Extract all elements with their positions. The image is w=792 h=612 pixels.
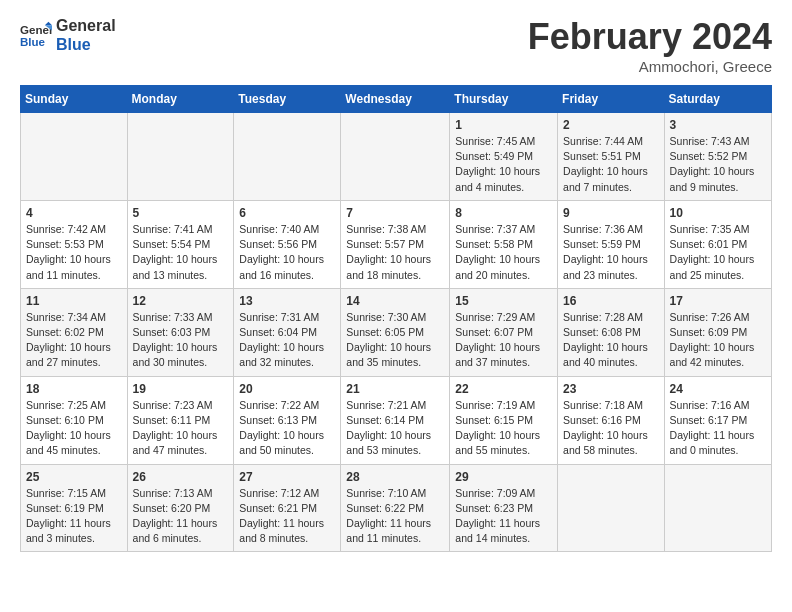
day-detail: Sunrise: 7:44 AMSunset: 5:51 PMDaylight:… — [563, 134, 659, 195]
header-thursday: Thursday — [450, 86, 558, 113]
day-detail: Sunrise: 7:42 AMSunset: 5:53 PMDaylight:… — [26, 222, 122, 283]
calendar-table: SundayMondayTuesdayWednesdayThursdayFrid… — [20, 85, 772, 552]
day-number: 20 — [239, 382, 335, 396]
calendar-header-row: SundayMondayTuesdayWednesdayThursdayFrid… — [21, 86, 772, 113]
day-cell: 4Sunrise: 7:42 AMSunset: 5:53 PMDaylight… — [21, 200, 128, 288]
day-detail: Sunrise: 7:26 AMSunset: 6:09 PMDaylight:… — [670, 310, 766, 371]
day-detail: Sunrise: 7:23 AMSunset: 6:11 PMDaylight:… — [133, 398, 229, 459]
day-detail: Sunrise: 7:37 AMSunset: 5:58 PMDaylight:… — [455, 222, 552, 283]
day-cell — [664, 464, 771, 552]
day-detail: Sunrise: 7:41 AMSunset: 5:54 PMDaylight:… — [133, 222, 229, 283]
logo-general: General — [56, 16, 116, 35]
day-number: 24 — [670, 382, 766, 396]
day-cell: 12Sunrise: 7:33 AMSunset: 6:03 PMDayligh… — [127, 288, 234, 376]
day-cell: 27Sunrise: 7:12 AMSunset: 6:21 PMDayligh… — [234, 464, 341, 552]
day-cell: 25Sunrise: 7:15 AMSunset: 6:19 PMDayligh… — [21, 464, 128, 552]
day-cell: 28Sunrise: 7:10 AMSunset: 6:22 PMDayligh… — [341, 464, 450, 552]
day-cell: 7Sunrise: 7:38 AMSunset: 5:57 PMDaylight… — [341, 200, 450, 288]
header-monday: Monday — [127, 86, 234, 113]
logo-blue: Blue — [56, 35, 116, 54]
day-cell: 3Sunrise: 7:43 AMSunset: 5:52 PMDaylight… — [664, 113, 771, 201]
day-detail: Sunrise: 7:10 AMSunset: 6:22 PMDaylight:… — [346, 486, 444, 547]
day-cell — [234, 113, 341, 201]
day-number: 1 — [455, 118, 552, 132]
day-number: 18 — [26, 382, 122, 396]
day-cell: 22Sunrise: 7:19 AMSunset: 6:15 PMDayligh… — [450, 376, 558, 464]
day-detail: Sunrise: 7:38 AMSunset: 5:57 PMDaylight:… — [346, 222, 444, 283]
day-detail: Sunrise: 7:40 AMSunset: 5:56 PMDaylight:… — [239, 222, 335, 283]
week-row-5: 25Sunrise: 7:15 AMSunset: 6:19 PMDayligh… — [21, 464, 772, 552]
day-detail: Sunrise: 7:25 AMSunset: 6:10 PMDaylight:… — [26, 398, 122, 459]
day-detail: Sunrise: 7:33 AMSunset: 6:03 PMDaylight:… — [133, 310, 229, 371]
day-detail: Sunrise: 7:19 AMSunset: 6:15 PMDaylight:… — [455, 398, 552, 459]
day-number: 17 — [670, 294, 766, 308]
day-cell: 26Sunrise: 7:13 AMSunset: 6:20 PMDayligh… — [127, 464, 234, 552]
day-cell: 14Sunrise: 7:30 AMSunset: 6:05 PMDayligh… — [341, 288, 450, 376]
day-detail: Sunrise: 7:43 AMSunset: 5:52 PMDaylight:… — [670, 134, 766, 195]
calendar-subtitle: Ammochori, Greece — [528, 58, 772, 75]
day-detail: Sunrise: 7:36 AMSunset: 5:59 PMDaylight:… — [563, 222, 659, 283]
day-cell: 17Sunrise: 7:26 AMSunset: 6:09 PMDayligh… — [664, 288, 771, 376]
title-block: February 2024 Ammochori, Greece — [528, 16, 772, 75]
svg-text:Blue: Blue — [20, 36, 46, 48]
day-number: 25 — [26, 470, 122, 484]
day-cell: 16Sunrise: 7:28 AMSunset: 6:08 PMDayligh… — [558, 288, 665, 376]
logo: General Blue General Blue — [20, 16, 116, 54]
day-cell: 10Sunrise: 7:35 AMSunset: 6:01 PMDayligh… — [664, 200, 771, 288]
day-cell: 1Sunrise: 7:45 AMSunset: 5:49 PMDaylight… — [450, 113, 558, 201]
header-sunday: Sunday — [21, 86, 128, 113]
day-detail: Sunrise: 7:35 AMSunset: 6:01 PMDaylight:… — [670, 222, 766, 283]
day-cell: 11Sunrise: 7:34 AMSunset: 6:02 PMDayligh… — [21, 288, 128, 376]
day-number: 28 — [346, 470, 444, 484]
day-cell: 23Sunrise: 7:18 AMSunset: 6:16 PMDayligh… — [558, 376, 665, 464]
day-cell: 6Sunrise: 7:40 AMSunset: 5:56 PMDaylight… — [234, 200, 341, 288]
day-number: 26 — [133, 470, 229, 484]
week-row-1: 1Sunrise: 7:45 AMSunset: 5:49 PMDaylight… — [21, 113, 772, 201]
day-cell — [558, 464, 665, 552]
calendar-title: February 2024 — [528, 16, 772, 58]
day-detail: Sunrise: 7:18 AMSunset: 6:16 PMDaylight:… — [563, 398, 659, 459]
logo-icon: General Blue — [20, 21, 52, 49]
day-number: 13 — [239, 294, 335, 308]
day-cell: 13Sunrise: 7:31 AMSunset: 6:04 PMDayligh… — [234, 288, 341, 376]
day-number: 9 — [563, 206, 659, 220]
header-wednesday: Wednesday — [341, 86, 450, 113]
day-number: 7 — [346, 206, 444, 220]
header-tuesday: Tuesday — [234, 86, 341, 113]
day-number: 21 — [346, 382, 444, 396]
day-number: 11 — [26, 294, 122, 308]
day-number: 3 — [670, 118, 766, 132]
week-row-4: 18Sunrise: 7:25 AMSunset: 6:10 PMDayligh… — [21, 376, 772, 464]
day-cell: 19Sunrise: 7:23 AMSunset: 6:11 PMDayligh… — [127, 376, 234, 464]
day-cell — [127, 113, 234, 201]
day-number: 19 — [133, 382, 229, 396]
day-number: 5 — [133, 206, 229, 220]
day-cell: 2Sunrise: 7:44 AMSunset: 5:51 PMDaylight… — [558, 113, 665, 201]
day-detail: Sunrise: 7:29 AMSunset: 6:07 PMDaylight:… — [455, 310, 552, 371]
day-detail: Sunrise: 7:28 AMSunset: 6:08 PMDaylight:… — [563, 310, 659, 371]
day-number: 4 — [26, 206, 122, 220]
day-detail: Sunrise: 7:34 AMSunset: 6:02 PMDaylight:… — [26, 310, 122, 371]
day-cell: 20Sunrise: 7:22 AMSunset: 6:13 PMDayligh… — [234, 376, 341, 464]
day-detail: Sunrise: 7:12 AMSunset: 6:21 PMDaylight:… — [239, 486, 335, 547]
day-number: 2 — [563, 118, 659, 132]
day-number: 29 — [455, 470, 552, 484]
day-number: 10 — [670, 206, 766, 220]
day-cell — [341, 113, 450, 201]
day-cell: 29Sunrise: 7:09 AMSunset: 6:23 PMDayligh… — [450, 464, 558, 552]
header-saturday: Saturday — [664, 86, 771, 113]
header-friday: Friday — [558, 86, 665, 113]
day-number: 6 — [239, 206, 335, 220]
day-number: 23 — [563, 382, 659, 396]
day-detail: Sunrise: 7:45 AMSunset: 5:49 PMDaylight:… — [455, 134, 552, 195]
day-cell — [21, 113, 128, 201]
day-cell: 18Sunrise: 7:25 AMSunset: 6:10 PMDayligh… — [21, 376, 128, 464]
day-number: 15 — [455, 294, 552, 308]
day-cell: 5Sunrise: 7:41 AMSunset: 5:54 PMDaylight… — [127, 200, 234, 288]
day-cell: 8Sunrise: 7:37 AMSunset: 5:58 PMDaylight… — [450, 200, 558, 288]
day-cell: 21Sunrise: 7:21 AMSunset: 6:14 PMDayligh… — [341, 376, 450, 464]
day-detail: Sunrise: 7:15 AMSunset: 6:19 PMDaylight:… — [26, 486, 122, 547]
day-detail: Sunrise: 7:09 AMSunset: 6:23 PMDaylight:… — [455, 486, 552, 547]
day-detail: Sunrise: 7:31 AMSunset: 6:04 PMDaylight:… — [239, 310, 335, 371]
page-header: General Blue General Blue February 2024 … — [20, 16, 772, 75]
